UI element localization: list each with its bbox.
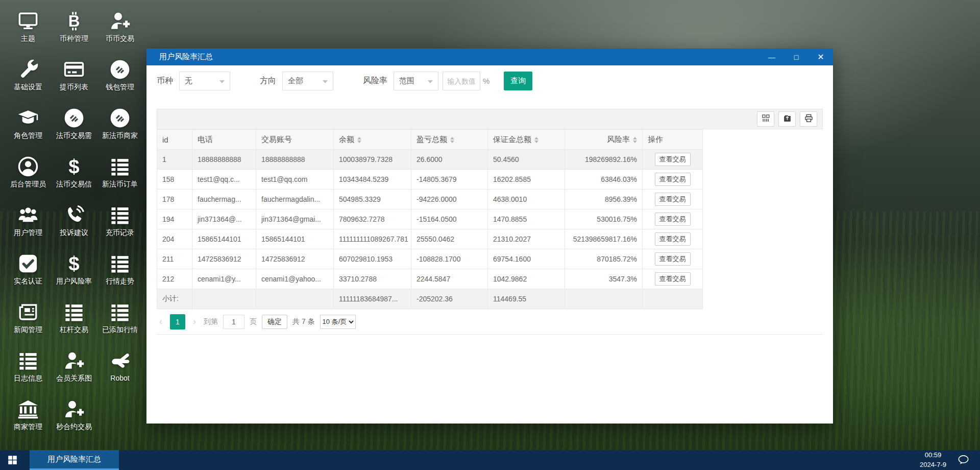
view-trades-button[interactable]: 查看交易 bbox=[655, 213, 691, 226]
desktop-icon-10[interactable]: $法币交易信 bbox=[51, 152, 97, 200]
start-button[interactable] bbox=[0, 450, 24, 470]
page-unit-label: 页 bbox=[250, 317, 257, 326]
desktop-icon-17[interactable]: 行情走势 bbox=[97, 249, 143, 297]
desktop-icon-3[interactable]: 基础设置 bbox=[5, 55, 51, 103]
view-trades-button[interactable]: 查看交易 bbox=[655, 232, 691, 246]
table-row: 158test1@qq.c...test1@qq.com10343484.523… bbox=[157, 170, 703, 190]
desktop-icon-11[interactable]: 新法币订单 bbox=[97, 152, 143, 200]
column-header[interactable]: 风险率 bbox=[565, 130, 643, 150]
next-page-icon[interactable]: › bbox=[190, 316, 199, 327]
desktop-icon-label: 杠杆交易 bbox=[60, 325, 88, 335]
phone-icon bbox=[63, 203, 85, 227]
desktop-icon-5[interactable]: 钱包管理 bbox=[97, 55, 143, 103]
table-row: 2041586514410115865144101111111111089267… bbox=[157, 229, 703, 249]
chevron-down-icon bbox=[323, 80, 328, 83]
desktop-icon-0[interactable]: 主题 bbox=[5, 6, 51, 55]
credit-card-icon bbox=[63, 58, 85, 81]
goto-page-input[interactable] bbox=[223, 315, 244, 329]
action-cell: 查看交易 bbox=[643, 170, 703, 190]
print-button[interactable] bbox=[800, 111, 817, 127]
desktop-icon-15[interactable]: 实名认证 bbox=[5, 249, 51, 297]
desktop-icon-label: 用户风险率 bbox=[56, 277, 92, 286]
search-button[interactable]: 查询 bbox=[504, 72, 532, 90]
goto-label: 到第 bbox=[204, 317, 218, 326]
bitcoin-icon: B bbox=[63, 9, 85, 33]
column-header[interactable]: 余额 bbox=[334, 130, 411, 150]
desktop-icon-23[interactable]: Robot bbox=[97, 346, 143, 394]
desktop-icon-2[interactable]: 币币交易 bbox=[97, 6, 143, 55]
currency-select[interactable]: 无 bbox=[179, 72, 230, 90]
desktop-icon-label: 基础设置 bbox=[14, 83, 42, 92]
view-trades-button[interactable]: 查看交易 bbox=[655, 153, 691, 166]
check-square-icon bbox=[17, 252, 39, 275]
table-cell: 14725836912 bbox=[192, 249, 256, 269]
goto-confirm-button[interactable]: 确定 bbox=[262, 315, 287, 329]
desktop-icon-16[interactable]: $用户风险率 bbox=[51, 249, 97, 297]
desktop-icon-label: 已添加行情 bbox=[102, 325, 138, 335]
desktop-icon-9[interactable]: 后台管理员 bbox=[5, 152, 51, 200]
table-cell: 521398659817.16% bbox=[565, 229, 643, 249]
desktop-icon-13[interactable]: 投诉建议 bbox=[51, 200, 97, 249]
current-page-button[interactable]: 1 bbox=[170, 314, 185, 330]
pagination-bar: ‹ 1 › 到第 页 确定 共 7 条 10 条/页 bbox=[157, 309, 823, 335]
table-row: 11888888888818888888888100038979.732826.… bbox=[157, 150, 703, 170]
desktop-icon-18[interactable]: 新闻管理 bbox=[5, 297, 51, 346]
table-cell: cenami1@y... bbox=[192, 269, 256, 289]
desktop-icon-24[interactable]: 商家管理 bbox=[5, 394, 51, 443]
desktop-icon-1[interactable]: B币种管理 bbox=[51, 6, 97, 55]
svg-text:$: $ bbox=[68, 156, 79, 177]
desktop-icon-14[interactable]: 充币记录 bbox=[97, 200, 143, 249]
view-trades-button[interactable]: 查看交易 bbox=[655, 252, 691, 266]
per-page-select[interactable]: 10 条/页 bbox=[320, 315, 356, 329]
desktop-icon-6[interactable]: 角色管理 bbox=[5, 103, 51, 152]
close-button[interactable]: ✕ bbox=[808, 49, 833, 65]
desktop-icon-22[interactable]: 会员关系图 bbox=[51, 346, 97, 394]
prev-page-icon[interactable]: ‹ bbox=[157, 316, 165, 327]
table-cell: 211 bbox=[157, 249, 192, 269]
table-cell: -108828.1700 bbox=[411, 249, 488, 269]
desktop-icon-label: 主题 bbox=[21, 34, 35, 43]
currency-filter-label: 币种 bbox=[157, 76, 173, 86]
table-cell: 178 bbox=[157, 190, 192, 209]
table-cell: 18888888888 bbox=[192, 150, 256, 170]
coin-logo-icon bbox=[63, 106, 85, 130]
column-header[interactable]: 保证金总额 bbox=[488, 130, 565, 150]
sort-icon[interactable] bbox=[534, 137, 538, 143]
filter-columns-button[interactable] bbox=[757, 111, 774, 127]
sort-icon[interactable] bbox=[633, 137, 637, 143]
direction-select[interactable]: 全部 bbox=[282, 72, 333, 90]
desktop-icon-19[interactable]: 杠杆交易 bbox=[51, 297, 97, 346]
desktop-icon-label: 充币记录 bbox=[106, 228, 134, 238]
column-header: id bbox=[157, 130, 192, 150]
desktop-icon-7[interactable]: 法币交易需 bbox=[51, 103, 97, 152]
desktop-icon-4[interactable]: 提币列表 bbox=[51, 55, 97, 103]
chat-bubble-icon[interactable] bbox=[955, 454, 971, 466]
column-header[interactable]: 盈亏总额 bbox=[411, 130, 488, 150]
desktop-icon-8[interactable]: 新法币商家 bbox=[97, 103, 143, 152]
minimize-button[interactable]: — bbox=[760, 49, 784, 65]
direction-select-value: 全部 bbox=[288, 76, 303, 86]
window-title: 用户风险率汇总 bbox=[159, 52, 213, 62]
taskbar-task-user-risk-summary[interactable]: 用户风险率汇总 bbox=[30, 450, 119, 470]
view-trades-button[interactable]: 查看交易 bbox=[655, 193, 691, 206]
desktop-icon-25[interactable]: 秒合约交易 bbox=[51, 394, 97, 443]
desktop-icon-12[interactable]: 用户管理 bbox=[5, 200, 51, 249]
sort-icon[interactable] bbox=[357, 137, 361, 143]
export-button[interactable] bbox=[778, 111, 796, 127]
taskbar-task-label: 用户风险率汇总 bbox=[47, 455, 101, 464]
table-cell: 15865144101 bbox=[256, 229, 334, 249]
view-trades-button[interactable]: 查看交易 bbox=[655, 173, 691, 186]
maximize-button[interactable]: □ bbox=[784, 49, 808, 65]
risk-value-input[interactable] bbox=[443, 72, 480, 90]
table-cell: test1@qq.c... bbox=[192, 170, 256, 190]
desktop-icon-20[interactable]: 已添加行情 bbox=[97, 297, 143, 346]
print-icon bbox=[804, 114, 813, 125]
window-titlebar[interactable]: 用户风险率汇总 —□✕ bbox=[146, 49, 833, 65]
view-trades-button[interactable]: 查看交易 bbox=[655, 272, 691, 286]
risk-mode-select[interactable]: 范围 bbox=[394, 72, 438, 90]
direction-filter-label: 方向 bbox=[260, 76, 276, 86]
user-plus-icon bbox=[63, 349, 85, 372]
sort-icon[interactable] bbox=[450, 137, 454, 143]
user-risk-summary-window: 用户风险率汇总 —□✕ 币种 无 方向 全部 风险率 范围 % 查询 bbox=[146, 49, 833, 424]
desktop-icon-21[interactable]: 日志信息 bbox=[5, 346, 51, 394]
